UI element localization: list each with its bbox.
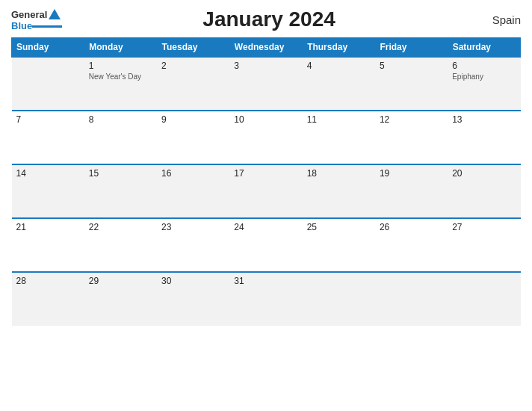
calendar-cell: 23 [157, 218, 229, 272]
day-number: 18 [307, 168, 371, 179]
day-number: 4 [307, 61, 371, 71]
day-number: 15 [89, 168, 152, 179]
calendar-cell: 5 [375, 57, 448, 111]
day-number: 6 [452, 61, 516, 71]
day-number: 7 [16, 114, 80, 125]
day-number: 21 [16, 222, 80, 232]
calendar-cell: 11 [303, 111, 375, 164]
calendar-cell: 27 [448, 218, 520, 272]
week-row-3: 14151617181920 [12, 164, 521, 218]
day-number: 8 [89, 114, 152, 125]
calendar-cell: 6Epiphany [448, 57, 520, 111]
logo-triangle-icon [49, 9, 61, 19]
logo: General Blue [11, 9, 62, 31]
day-number: 2 [161, 61, 225, 71]
calendar-cell [448, 272, 520, 326]
calendar-cell [375, 272, 448, 326]
calendar-cell: 15 [84, 164, 157, 218]
logo-line [32, 25, 62, 28]
day-number: 10 [234, 114, 297, 125]
calendar-cell: 17 [229, 164, 302, 218]
month-title: January 2024 [62, 7, 476, 31]
holiday-name: Epiphany [452, 72, 516, 81]
calendar-cell: 2 [157, 57, 229, 111]
week-row-2: 78910111213 [12, 111, 521, 164]
weekday-header-tuesday: Tuesday [157, 38, 229, 58]
day-number: 5 [380, 61, 443, 71]
calendar-cell: 24 [229, 218, 302, 272]
day-number: 23 [161, 222, 225, 232]
calendar-cell: 1New Year's Day [84, 57, 157, 111]
day-number: 20 [452, 168, 516, 179]
day-number: 13 [452, 114, 516, 125]
calendar-cell: 12 [375, 111, 448, 164]
calendar-cell: 9 [157, 111, 229, 164]
calendar-cell: 3 [229, 57, 302, 111]
day-number: 24 [234, 222, 297, 232]
calendar-cell: 28 [12, 272, 84, 326]
weekday-header-row: SundayMondayTuesdayWednesdayThursdayFrid… [12, 38, 521, 58]
weekday-header-thursday: Thursday [303, 38, 375, 58]
day-number: 25 [307, 222, 371, 232]
day-number: 1 [89, 61, 152, 71]
header: General Blue January 2024 Spain [11, 7, 521, 31]
calendar-cell: 25 [303, 218, 375, 272]
weekday-header-sunday: Sunday [12, 38, 84, 58]
day-number: 22 [89, 222, 152, 232]
calendar-cell: 20 [448, 164, 520, 218]
calendar-cell [303, 272, 375, 326]
day-number: 14 [16, 168, 80, 179]
calendar-cell: 16 [157, 164, 229, 218]
logo-general-text: General [11, 10, 47, 19]
day-number: 19 [380, 168, 443, 179]
weekday-header-wednesday: Wednesday [229, 38, 302, 58]
calendar-cell: 21 [12, 218, 84, 272]
day-number: 27 [452, 222, 516, 232]
calendar-cell: 18 [303, 164, 375, 218]
week-row-4: 21222324252627 [12, 218, 521, 272]
weekday-header-saturday: Saturday [448, 38, 520, 58]
day-number: 3 [234, 61, 297, 71]
day-number: 16 [161, 168, 225, 179]
calendar-cell: 8 [84, 111, 157, 164]
day-number: 9 [161, 114, 225, 125]
day-number: 12 [380, 114, 443, 125]
week-row-1: 1New Year's Day23456Epiphany [12, 57, 521, 111]
holiday-name: New Year's Day [89, 72, 152, 81]
calendar-cell: 14 [12, 164, 84, 218]
calendar-cell: 4 [303, 57, 375, 111]
day-number: 26 [380, 222, 443, 232]
calendar-cell: 13 [448, 111, 520, 164]
calendar-cell: 19 [375, 164, 448, 218]
country-label: Spain [476, 13, 521, 26]
day-number: 29 [89, 276, 152, 286]
logo-blue-text: Blue [11, 21, 32, 31]
day-number: 11 [307, 114, 371, 125]
day-number: 17 [234, 168, 297, 179]
calendar-cell: 31 [229, 272, 302, 326]
day-number: 30 [161, 276, 225, 286]
calendar-page: General Blue January 2024 Spain SundayMo… [0, 0, 532, 411]
day-number: 31 [234, 276, 297, 286]
weekday-header-friday: Friday [375, 38, 448, 58]
calendar-cell: 26 [375, 218, 448, 272]
calendar-cell: 29 [84, 272, 157, 326]
calendar-cell: 10 [229, 111, 302, 164]
weekday-header-monday: Monday [84, 38, 157, 58]
calendar-cell: 7 [12, 111, 84, 164]
day-number: 28 [16, 276, 80, 286]
week-row-5: 28293031 [12, 272, 521, 326]
calendar-cell: 30 [157, 272, 229, 326]
calendar-cell: 22 [84, 218, 157, 272]
calendar-cell [12, 57, 84, 111]
calendar-table: SundayMondayTuesdayWednesdayThursdayFrid… [11, 37, 521, 326]
